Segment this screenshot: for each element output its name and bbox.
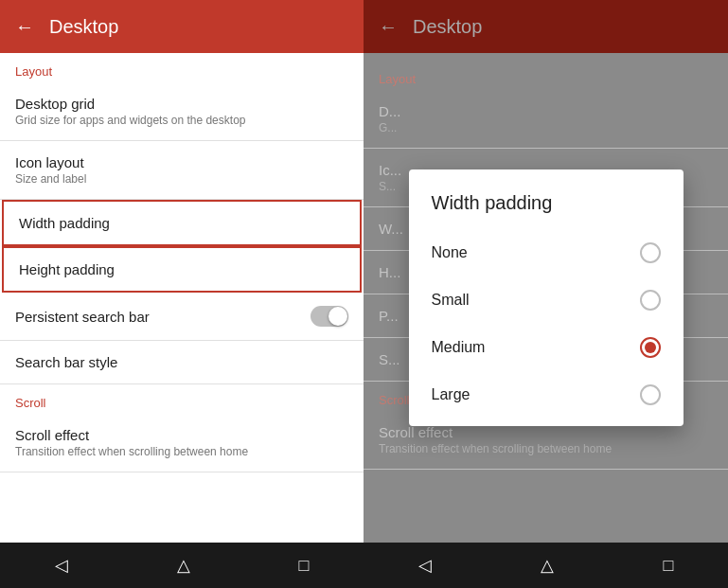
height-padding-item[interactable]: Height padding [2, 246, 362, 293]
width-padding-item[interactable]: Width padding [2, 200, 362, 246]
width-padding-dialog: Width padding None Small Medium Large [409, 169, 684, 426]
left-bottom-nav: ◁ △ □ [0, 543, 364, 588]
desktop-grid-item[interactable]: Desktop grid Grid size for apps and widg… [0, 82, 364, 141]
width-padding-title: Width padding [19, 215, 345, 231]
icon-layout-item[interactable]: Icon layout Size and label [0, 141, 364, 200]
persistent-search-bar-item[interactable]: Persistent search bar [0, 293, 364, 341]
right-topbar: ← Desktop [364, 0, 728, 53]
left-title: Desktop [49, 16, 118, 38]
left-back-nav-icon[interactable]: ◁ [55, 555, 68, 576]
scroll-effect-item[interactable]: Scroll effect Transition effect when scr… [0, 414, 364, 472]
right-recents-nav-icon[interactable]: □ [663, 556, 673, 576]
dialog-radio-none[interactable] [640, 242, 661, 263]
dialog-option-none-label: None [432, 244, 468, 261]
height-padding-title: Height padding [19, 261, 345, 277]
desktop-grid-subtitle: Grid size for apps and widgets on the de… [15, 114, 348, 127]
dialog-option-large-label: Large [432, 386, 471, 403]
left-recents-nav-icon[interactable]: □ [299, 556, 310, 576]
left-scroll-section: Scroll [0, 384, 364, 414]
scroll-effect-subtitle: Transition effect when scrolling between… [15, 445, 348, 458]
dialog-title: Width padding [409, 192, 684, 229]
right-back-button[interactable]: ← [379, 16, 398, 38]
dialog-option-medium-label: Medium [432, 339, 486, 356]
dialog-radio-small[interactable] [640, 290, 661, 311]
dialog-radio-large[interactable] [640, 384, 661, 405]
left-topbar: ← Desktop [0, 0, 364, 53]
right-home-nav-icon[interactable]: △ [541, 555, 554, 576]
right-bottom-nav: ◁ △ □ [364, 543, 728, 588]
scroll-effect-title: Scroll effect [15, 427, 348, 443]
dialog-option-small-label: Small [432, 292, 470, 309]
search-bar-style-title: Search bar style [15, 354, 348, 370]
dialog-option-medium[interactable]: Medium [409, 324, 684, 371]
left-layout-section: Layout [0, 53, 364, 82]
persistent-search-bar-toggle[interactable] [311, 306, 348, 327]
dialog-overlay: Width padding None Small Medium Large [364, 53, 728, 543]
right-back-nav-icon[interactable]: ◁ [418, 555, 432, 576]
dialog-option-large[interactable]: Large [409, 371, 684, 419]
icon-layout-title: Icon layout [15, 154, 348, 170]
desktop-grid-title: Desktop grid [15, 96, 348, 112]
dialog-option-small[interactable]: Small [409, 276, 684, 324]
left-panel: ← Desktop Layout Desktop grid Grid size … [0, 0, 364, 588]
dialog-radio-medium[interactable] [640, 337, 661, 358]
left-content: Layout Desktop grid Grid size for apps a… [0, 53, 364, 543]
search-bar-style-item[interactable]: Search bar style [0, 341, 364, 384]
dialog-option-none[interactable]: None [409, 229, 684, 276]
right-panel: ← Desktop Layout D... G... Ic... S... W.… [364, 0, 728, 588]
left-back-button[interactable]: ← [15, 16, 34, 38]
icon-layout-subtitle: Size and label [15, 172, 348, 186]
right-title: Desktop [413, 16, 482, 38]
left-home-nav-icon[interactable]: △ [177, 555, 190, 576]
persistent-search-bar-label: Persistent search bar [15, 309, 150, 325]
